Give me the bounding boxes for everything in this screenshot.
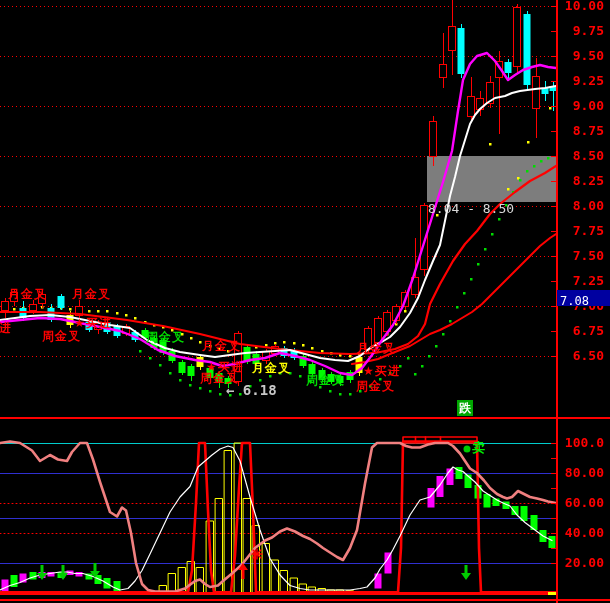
chart-canvas[interactable] (0, 0, 610, 603)
current-price-value: 7.08 (557, 294, 589, 308)
trading-chart-screen: 10.009.759.509.259.008.758.508.258.007.7… (0, 0, 610, 603)
current-price-marker: 7.08 (557, 290, 610, 306)
